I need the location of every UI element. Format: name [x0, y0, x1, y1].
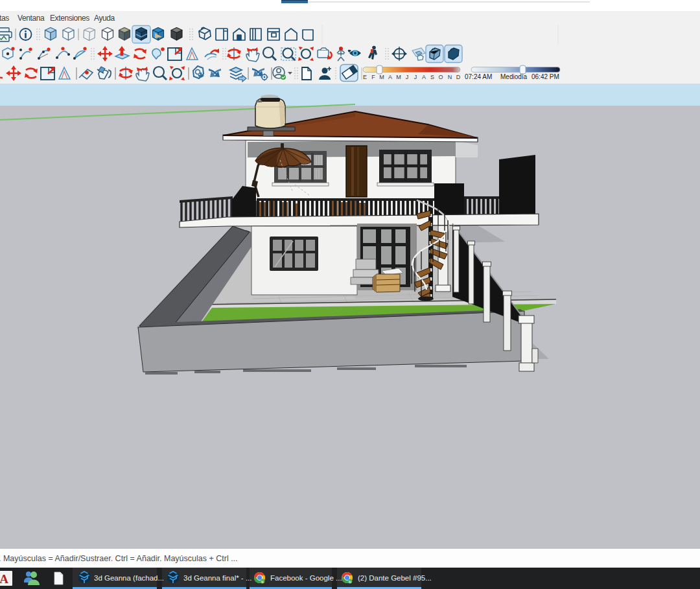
svg-text:N: N [448, 74, 452, 80]
svg-text:07:24 AM: 07:24 AM [465, 73, 492, 80]
svg-text:S: S [430, 74, 434, 80]
svg-text:E: E [363, 74, 367, 80]
svg-text:06:42 PM: 06:42 PM [531, 73, 559, 80]
svg-text:Mediodía: Mediodía [500, 73, 528, 80]
svg-text:A: A [0, 572, 8, 586]
svg-text:J: J [406, 74, 409, 80]
svg-text:J: J [414, 74, 417, 80]
svg-text:3d Geanna final* - ...: 3d Geanna final* - ... [183, 574, 251, 582]
svg-text:F: F [371, 74, 375, 80]
svg-text:M: M [396, 74, 401, 80]
svg-text:Facebook - Google ...: Facebook - Google ... [270, 574, 342, 582]
svg-text:M: M [379, 74, 384, 80]
svg-text:O: O [438, 74, 443, 80]
svg-text:3d Geanna (fachad...: 3d Geanna (fachad... [94, 574, 164, 582]
svg-text:(2) Dante Gebel #95...: (2) Dante Gebel #95... [358, 574, 432, 582]
svg-text:A: A [388, 74, 392, 80]
svg-text:A: A [422, 74, 426, 80]
svg-text:D: D [456, 74, 461, 80]
